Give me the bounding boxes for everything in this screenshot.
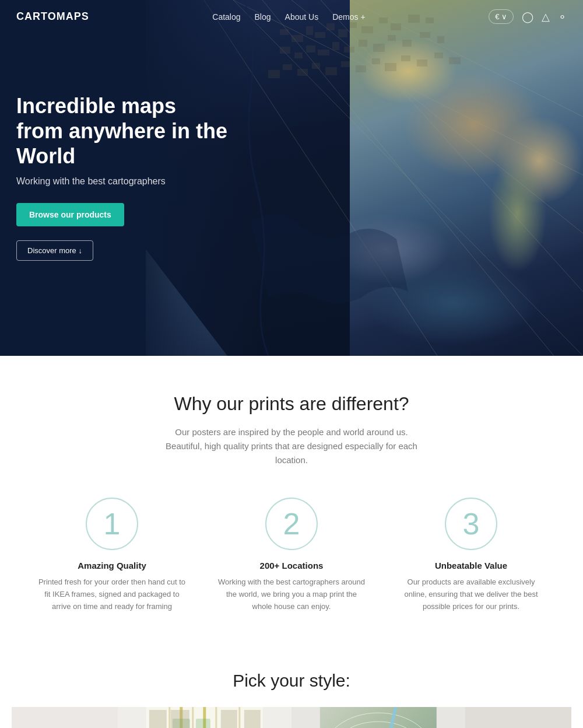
feature-2-title: 200+ Locations — [216, 561, 367, 570]
svg-rect-19 — [280, 47, 290, 54]
why-title: Why our prints are different? — [23, 393, 560, 415]
svg-rect-59 — [171, 710, 189, 728]
feature-1-desc: Printed fresh for your order then hand c… — [36, 576, 188, 612]
nav-demos[interactable]: Demos + — [332, 12, 365, 22]
feature-3-title: Unbeatable Value — [395, 561, 547, 570]
svg-rect-21 — [306, 46, 315, 52]
hero-subtitle: Working with the best cartographers — [16, 176, 229, 187]
svg-rect-61 — [244, 710, 261, 728]
browse-products-button[interactable]: Browse our products — [16, 203, 124, 226]
svg-line-1 — [292, 0, 583, 233]
svg-rect-30 — [437, 36, 444, 43]
feature-3-desc: Our products are available exclusively o… — [395, 576, 547, 612]
hero-section: Incredible maps from anywhere in the Wor… — [0, 0, 583, 356]
navbar: CARTOMAPS Catalog Blog About Us Demos + … — [0, 0, 583, 33]
feature-2-number: 2 — [265, 498, 318, 550]
svg-rect-22 — [318, 50, 329, 55]
why-section: Why our prints are different? Our poster… — [0, 356, 583, 640]
why-subtitle: Our posters are inspired by the people a… — [163, 425, 420, 467]
feature-3-number: 3 — [445, 498, 497, 550]
feature-1-title: Amazing Quality — [36, 561, 188, 570]
svg-rect-40 — [401, 55, 410, 61]
svg-rect-37 — [356, 65, 366, 72]
features-grid: 1 Amazing Quality Printed fresh for your… — [29, 498, 554, 612]
svg-rect-34 — [312, 63, 320, 69]
nav-catalog[interactable]: Catalog — [212, 12, 240, 22]
svg-rect-41 — [417, 60, 427, 66]
svg-rect-25 — [359, 40, 367, 47]
nav-about[interactable]: About Us — [285, 12, 319, 22]
nav-links: Catalog Blog About Us Demos + — [212, 12, 365, 22]
svg-rect-20 — [294, 52, 303, 58]
terrain-maps-card[interactable]: Terrain Maps — [292, 707, 571, 728]
street-maps-card[interactable]: Street Maps — [12, 707, 292, 728]
svg-rect-31 — [268, 70, 280, 78]
svg-rect-60 — [221, 710, 237, 728]
svg-rect-38 — [372, 58, 380, 64]
nav-blog[interactable]: Blog — [255, 12, 271, 22]
svg-rect-24 — [344, 47, 354, 52]
feature-1: 1 Amazing Quality Printed fresh for your… — [36, 498, 188, 612]
svg-rect-8 — [292, 35, 303, 42]
svg-rect-74 — [320, 707, 437, 728]
account-icon[interactable]: ◯ — [522, 10, 533, 23]
feature-2: 2 200+ Locations Working with the best c… — [216, 498, 367, 612]
svg-rect-33 — [297, 69, 308, 76]
svg-rect-57 — [196, 719, 210, 728]
svg-rect-39 — [385, 63, 396, 71]
discover-more-button[interactable]: Discover more ↓ — [16, 240, 93, 261]
svg-rect-32 — [283, 64, 292, 70]
hero-title: Incredible maps from anywhere in the Wor… — [16, 93, 229, 169]
svg-rect-42 — [434, 52, 443, 58]
style-cards-row: Street Maps — [12, 707, 571, 728]
svg-line-4 — [262, 0, 554, 356]
pick-style-section: Pick your style: — [0, 640, 583, 728]
nav-right: € ∨ ◯ △ ⚬ — [489, 9, 567, 24]
svg-rect-36 — [341, 61, 350, 67]
svg-rect-27 — [388, 35, 396, 41]
svg-rect-43 — [449, 57, 461, 64]
search-icon[interactable]: ⚬ — [558, 10, 567, 23]
currency-selector[interactable]: € ∨ — [489, 9, 514, 24]
svg-rect-28 — [402, 40, 412, 47]
feature-3: 3 Unbeatable Value Our products are avai… — [395, 498, 547, 612]
hero-content: Incredible maps from anywhere in the Wor… — [0, 0, 245, 261]
feature-1-number: 1 — [86, 498, 138, 550]
nav-logo[interactable]: CARTOMAPS — [16, 10, 89, 23]
feature-2-desc: Working with the best cartographers arou… — [216, 576, 367, 612]
svg-rect-23 — [332, 42, 339, 50]
terrain-map-visual — [292, 707, 465, 728]
svg-rect-35 — [325, 67, 337, 75]
pick-style-title: Pick your style: — [12, 671, 571, 691]
svg-rect-58 — [149, 710, 167, 728]
street-map-visual — [118, 707, 292, 728]
cart-icon[interactable]: △ — [542, 10, 550, 23]
currency-label: € ∨ — [495, 12, 507, 21]
svg-rect-26 — [373, 44, 385, 52]
